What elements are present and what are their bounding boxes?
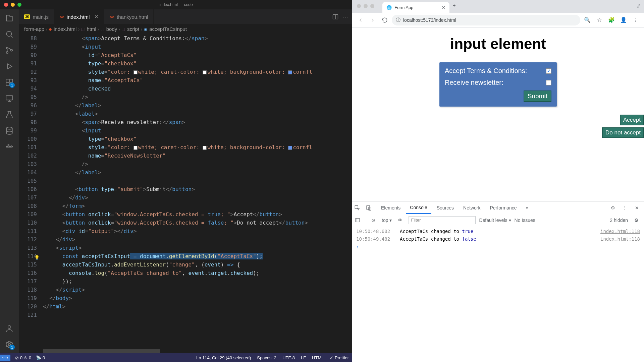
breadcrumb-item[interactable]: body [106,26,117,32]
breadcrumb-item[interactable]: index.html [54,26,76,32]
svg-rect-8 [6,96,13,100]
form-box: Accept Terms & Conditions: ✓ Receive new… [439,62,557,107]
search-icon[interactable] [5,29,14,39]
new-tab-button[interactable]: + [449,3,459,9]
devtools: Elements Console Sources Network Perform… [352,201,644,362]
do-not-accept-button[interactable]: Do not accept [602,127,644,138]
tab-sources[interactable]: Sources [433,201,458,214]
address-bar[interactable]: ⓘ localhost:5173/index.html [392,15,580,25]
page-viewport: input element Accept Terms & Conditions:… [352,27,644,201]
hidden-count[interactable]: 2 hidden [610,218,628,223]
tab-indexhtml[interactable]: index.html ✕ [54,9,104,24]
tab-performance[interactable]: Performance [486,201,521,214]
label-terms: Accept Terms & Conditions: [445,67,527,75]
source-control-icon[interactable] [5,46,14,55]
breadcrumb-item[interactable]: form-app [24,26,44,32]
svg-rect-5 [10,79,13,82]
minimize-window-button[interactable] [11,3,15,7]
docker-icon[interactable] [5,142,14,152]
svg-rect-20 [356,218,360,222]
run-debug-icon[interactable] [5,62,14,71]
close-icon[interactable]: ✕ [94,14,99,20]
more-tabs-icon[interactable]: » [522,205,532,210]
back-button[interactable] [356,15,366,25]
extensions-icon[interactable]: 🧩 [606,17,616,23]
activity-bar: 1 1 [0,9,19,353]
checkbox-terms[interactable]: ✓ [546,68,551,74]
remote-indicator[interactable]: ⟷ [0,355,10,361]
clear-console-icon[interactable]: ⊘ [368,218,378,223]
status-cursor[interactable]: Ln 114, Col 29 (40 selected) [196,355,251,360]
svg-point-9 [6,127,12,129]
tab-mainjs[interactable]: main.js [19,9,54,24]
console-output[interactable]: 10:50:48.602 AcceptTaCs changed to true … [352,226,644,362]
profile-icon[interactable]: 👤 [619,17,629,23]
status-encoding[interactable]: UTF-8 [282,355,295,360]
settings-icon[interactable]: 1 [5,340,14,349]
code-lines[interactable]: <span>Accept Terms & Conditions:</span> … [43,34,352,353]
vscode-titlebar: index.html — code [0,0,352,9]
log-levels-dropdown[interactable]: Default levels ▾ [479,218,511,223]
settings-badge: 1 [9,345,15,350]
accounts-icon[interactable] [5,324,14,333]
console-filter-input[interactable]: Filter [409,216,476,224]
issues-button[interactable]: No Issues [515,218,535,223]
breadcrumb-item[interactable]: acceptTaCsInput [149,26,187,32]
breadcrumb-item[interactable]: script [127,26,139,32]
zoom-icon[interactable]: 🔍 [582,17,592,23]
reload-button[interactable] [380,15,390,25]
accept-button[interactable]: Accept [620,115,644,125]
explorer-icon[interactable] [5,13,14,23]
tab-elements[interactable]: Elements [377,201,405,214]
close-window-button[interactable] [4,3,8,7]
devtools-menu-icon[interactable]: ⋮ [620,205,630,210]
submit-button[interactable]: Submit [524,90,551,102]
devtools-close-icon[interactable]: ✕ [632,205,642,210]
status-spaces[interactable]: Spaces: 2 [257,355,276,360]
log-source-link[interactable]: index.html:118 [600,229,640,234]
svg-rect-4 [6,79,9,82]
horizontal-scrollbar[interactable] [43,349,352,353]
checkbox-newsletter[interactable] [546,80,551,85]
live-expression-icon[interactable]: 👁 [395,218,405,223]
tab-thankyou[interactable]: thankyou.html [104,9,154,24]
forward-button[interactable] [368,15,378,25]
close-window-button[interactable] [357,4,361,8]
browser-tab[interactable]: 🌐 Form App ✕ [382,2,449,13]
status-eol[interactable]: LF [301,355,306,360]
tab-favicon: 🌐 [386,5,392,10]
status-lang[interactable]: HTML [312,355,324,360]
remote-explorer-icon[interactable] [5,94,14,103]
svg-point-0 [6,31,11,36]
testing-icon[interactable] [5,110,14,119]
breadcrumb-item[interactable]: html [87,26,96,32]
log-source-link[interactable]: index.html:118 [600,236,640,242]
console-settings-icon[interactable]: ⚙ [631,218,641,223]
status-formatter[interactable]: ✓ Prettier [330,355,349,360]
console-sidebar-icon[interactable] [355,218,365,223]
device-toolbar-icon[interactable] [366,205,376,211]
console-prompt[interactable]: › [352,243,644,251]
more-actions-icon[interactable]: ⋯ [343,14,348,20]
bookmark-icon[interactable]: ☆ [594,17,604,23]
inspect-element-icon[interactable] [354,205,364,211]
tab-network[interactable]: Network [459,201,484,214]
site-info-icon[interactable]: ⓘ [396,17,400,23]
breadcrumb[interactable]: form-app › ◆index.html › ⬚html › ⬚body ›… [19,24,352,34]
split-editor-icon[interactable] [332,13,339,20]
maximize-window-button[interactable] [17,3,21,7]
menu-icon[interactable]: ⋮ [631,17,641,23]
minimize-window-button[interactable] [364,4,368,8]
console-context[interactable]: top ▾ [382,218,392,223]
code-editor[interactable]: 8889909192939495969798991001011021031041… [19,34,352,353]
database-icon[interactable] [5,126,14,135]
tab-console[interactable]: Console [406,201,431,214]
status-ports[interactable]: 📡 0 [36,355,45,360]
expand-icon[interactable]: ⤢ [636,3,641,9]
svg-rect-18 [367,205,370,209]
close-icon[interactable]: ✕ [442,5,445,10]
maximize-window-button[interactable] [370,4,374,8]
extensions-icon[interactable]: 1 [5,78,14,87]
status-errors[interactable]: ⊘ 0 ⚠ 0 [15,355,31,360]
devtools-settings-icon[interactable]: ⚙ [608,205,618,210]
